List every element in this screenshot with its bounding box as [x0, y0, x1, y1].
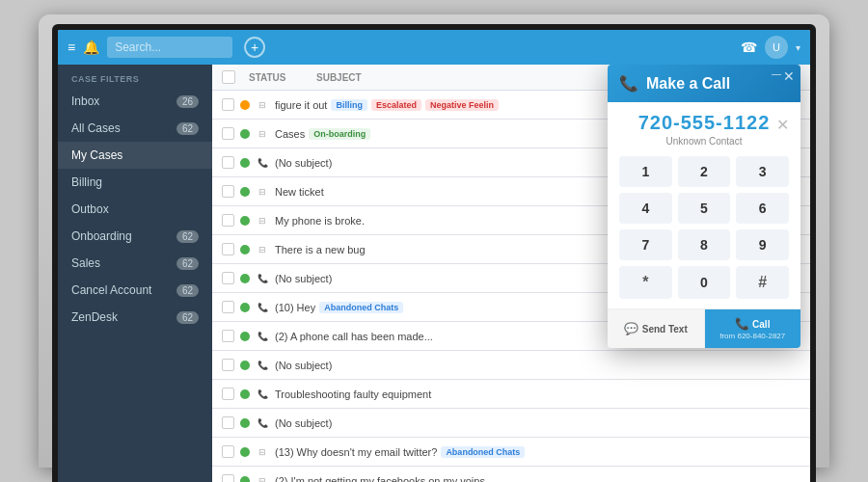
table-row[interactable]: 📞 Troubleshooting faulty equipment	[212, 380, 810, 409]
channel-icon: ⊟	[256, 98, 269, 112]
bell-icon[interactable]: 🔔	[83, 40, 99, 55]
case-subject: (2) I'm not getting my facebooks on my v…	[275, 475, 800, 483]
row-checkbox[interactable]	[222, 474, 234, 482]
row-checkbox[interactable]	[222, 156, 234, 169]
sidebar-item-inbox[interactable]: Inbox26	[58, 88, 212, 115]
add-button[interactable]: +	[244, 37, 265, 58]
search-input[interactable]	[107, 37, 232, 58]
phone-title: Make a Call	[646, 75, 789, 93]
main-area: CASE FILTERS Inbox26All Cases62My CasesB…	[58, 65, 810, 482]
close-button[interactable]: ✕	[783, 68, 795, 84]
sidebar-item-cancel-account[interactable]: Cancel Account62	[58, 277, 212, 304]
call-label: Call	[752, 319, 770, 330]
phone-number: 720-555-1122	[619, 112, 789, 134]
call-phone-icon: 📞	[735, 317, 749, 331]
row-checkbox[interactable]	[222, 98, 234, 111]
channel-icon: 📞	[256, 301, 269, 314]
select-all-checkbox[interactable]	[222, 70, 235, 84]
status-icon	[240, 476, 250, 483]
row-checkbox[interactable]	[222, 416, 234, 429]
channel-icon: 📞	[256, 156, 269, 170]
status-icon	[240, 361, 250, 370]
channel-icon: 📞	[256, 359, 269, 372]
status-icon	[240, 447, 250, 457]
row-checkbox[interactable]	[222, 388, 234, 400]
tag: Abandoned Chats	[319, 302, 403, 313]
row-checkbox[interactable]	[222, 445, 234, 458]
sidebar-item-outbox[interactable]: Outbox	[58, 196, 212, 223]
key-hash-button[interactable]: #	[736, 266, 789, 299]
key-7-button[interactable]: 7	[619, 229, 672, 260]
channel-icon: 📞	[256, 416, 269, 430]
sidebar-item-sales[interactable]: Sales62	[58, 250, 212, 277]
status-icon	[240, 332, 250, 341]
case-subject: (No subject)	[275, 360, 800, 371]
call-button[interactable]: 📞 Call from 620-840-2827	[705, 309, 801, 348]
row-checkbox[interactable]	[222, 127, 234, 140]
tag: Escalated	[371, 99, 421, 111]
channel-icon: ⊟	[256, 445, 269, 459]
clear-button[interactable]: ✕	[776, 116, 789, 134]
row-checkbox[interactable]	[222, 214, 234, 227]
sms-icon: 💬	[624, 322, 638, 335]
tag: On-boarding	[309, 128, 370, 140]
key-4-button[interactable]: 4	[619, 193, 672, 224]
top-bar: ≡ 🔔 + ☎ U ▾	[58, 30, 810, 65]
dropdown-chevron[interactable]: ▾	[796, 42, 800, 53]
key-3-button[interactable]: 3	[736, 156, 789, 187]
minimize-button[interactable]: —	[772, 68, 781, 79]
table-row[interactable]: ⊟ (2) I'm not getting my facebooks on my…	[212, 467, 810, 482]
sidebar-item-label: Outbox	[71, 202, 109, 216]
key-9-button[interactable]: 9	[736, 229, 789, 260]
sidebar-item-label: My Cases	[71, 148, 122, 162]
status-icon	[240, 187, 250, 197]
key-6-button[interactable]: 6	[736, 193, 789, 224]
phone-icon[interactable]: ☎	[741, 40, 757, 55]
phone-contact: Unknown Contact	[619, 136, 789, 147]
sidebar-item-zendesk[interactable]: ZenDesk62	[58, 304, 212, 331]
table-row[interactable]: 📞 (No subject)	[212, 351, 810, 380]
case-subject: (13) Why doesn't my email twitter? Aband…	[275, 446, 800, 458]
table-row[interactable]: 📞 (No subject)	[212, 409, 810, 438]
sidebar-section-label: CASE FILTERS	[58, 65, 212, 88]
sidebar-item-all-cases[interactable]: All Cases62	[58, 115, 212, 142]
case-subject: (No subject)	[275, 417, 800, 429]
sidebar-item-label: Onboarding	[71, 229, 132, 243]
table-row[interactable]: ⊟ (13) Why doesn't my email twitter? Aba…	[212, 438, 810, 467]
key-8-button[interactable]: 8	[678, 229, 731, 260]
sidebar-item-my-cases[interactable]: My Cases	[58, 142, 212, 169]
tag: Abandoned Chats	[441, 446, 525, 458]
sidebar-badge: 62	[176, 284, 199, 297]
tag: Negative Feelin	[425, 99, 499, 111]
row-checkbox[interactable]	[222, 185, 234, 198]
key-1-button[interactable]: 1	[619, 156, 672, 187]
tag: Billing	[331, 99, 367, 111]
sidebar-badge: 62	[176, 311, 199, 324]
row-checkbox[interactable]	[222, 359, 234, 371]
channel-icon: 📞	[256, 330, 269, 343]
key-0-button[interactable]: 0	[678, 266, 731, 299]
sidebar: CASE FILTERS Inbox26All Cases62My CasesB…	[58, 65, 212, 482]
sidebar-item-billing[interactable]: Billing	[58, 169, 212, 196]
row-checkbox[interactable]	[222, 301, 234, 313]
phone-header: 📞 Make a Call — ✕	[608, 65, 800, 102]
status-icon	[240, 100, 250, 110]
menu-icon[interactable]: ≡	[68, 40, 75, 55]
laptop-outer: ≡ 🔔 + ☎ U ▾ CASE FILTERS Inbox26All Case…	[39, 14, 829, 468]
key-star-button[interactable]: *	[619, 266, 672, 299]
sidebar-item-label: All Cases	[71, 121, 121, 135]
phone-actions: 💬 Send Text 📞 Call from 620-840-2827	[608, 308, 800, 348]
case-subject: Troubleshooting faulty equipment	[275, 388, 800, 400]
row-checkbox[interactable]	[222, 330, 234, 342]
avatar[interactable]: U	[765, 36, 788, 59]
row-checkbox[interactable]	[222, 243, 234, 255]
row-checkbox[interactable]	[222, 272, 234, 284]
key-2-button[interactable]: 2	[678, 156, 731, 187]
status-icon	[240, 418, 250, 428]
sidebar-item-label: Billing	[71, 175, 102, 189]
status-icon	[240, 216, 250, 226]
send-text-button[interactable]: 💬 Send Text	[608, 309, 705, 348]
sidebar-item-onboarding[interactable]: Onboarding62	[58, 223, 212, 250]
key-5-button[interactable]: 5	[678, 193, 731, 224]
sidebar-item-label: Inbox	[71, 94, 99, 108]
